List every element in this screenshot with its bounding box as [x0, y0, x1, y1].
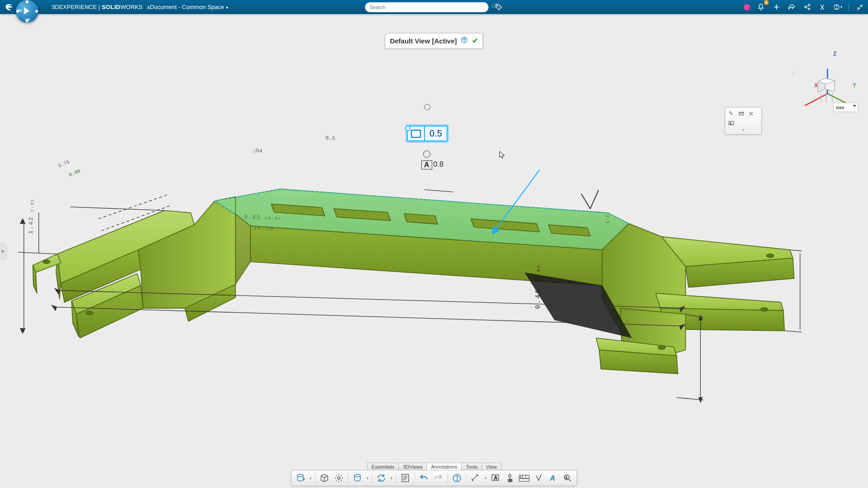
bottom-toolbar: ▾ ▾ ▾ ▾ A A1 ⌖ A 1 [291, 470, 577, 486]
check-icon[interactable]: ✔ [472, 36, 478, 46]
dim-angle[interactable]: )94 [253, 147, 263, 154]
dim-len-inner[interactable]: 9.53 ±0.01 [244, 214, 282, 222]
selection-handle[interactable] [405, 126, 410, 131]
dropdown-icon[interactable]: ▾ [390, 476, 393, 480]
palette-expand[interactable]: ▾ [727, 128, 760, 132]
datum-target-icon [423, 150, 430, 158]
svg-line-12 [805, 94, 827, 105]
dim-bottom-right[interactable]: 0.48 ±0.01 [534, 264, 542, 309]
surface-marker[interactable] [424, 104, 430, 110]
svg-point-7 [43, 260, 50, 263]
svg-point-0 [492, 5, 495, 7]
dim-right-side[interactable]: 2.1 [605, 215, 611, 224]
svg-text:A: A [494, 475, 498, 480]
help-button[interactable] [451, 472, 463, 484]
dropdown-icon[interactable]: ▾ [484, 476, 487, 480]
ds-logo[interactable] [3, 1, 15, 14]
dim-len-outer[interactable]: 10.29 [253, 225, 274, 232]
search-icon[interactable] [491, 4, 496, 10]
svg-text:A: A [730, 122, 731, 124]
svg-rect-33 [519, 479, 529, 481]
redo-button[interactable] [432, 472, 445, 484]
add-button[interactable] [772, 3, 781, 12]
svg-text:1: 1 [566, 475, 567, 479]
chevron-down-icon [853, 105, 856, 107]
left-panel-expand[interactable]: ▶ [0, 243, 7, 259]
properties-button[interactable] [399, 472, 412, 484]
import-button[interactable] [294, 472, 307, 484]
search-dropdown-icon[interactable]: ▾ [498, 5, 500, 9]
svg-point-6 [836, 8, 837, 9]
text-field-icon[interactable]: A [727, 119, 735, 127]
svg-point-8 [86, 311, 93, 315]
update-button[interactable] [375, 472, 388, 484]
svg-point-21 [297, 474, 303, 477]
separator [849, 3, 849, 11]
dim-height[interactable]: 1.42 ±.01 [27, 198, 35, 234]
status-dot[interactable] [744, 4, 750, 10]
gtol-button[interactable]: ⌖ [518, 472, 531, 484]
dimension-button[interactable] [469, 472, 482, 484]
database-button[interactable] [351, 472, 364, 484]
svg-point-11 [658, 346, 665, 349]
svg-point-29 [509, 474, 511, 477]
datum-button[interactable]: A1 [504, 472, 516, 484]
display-button[interactable] [318, 472, 331, 484]
cube-icon [461, 36, 468, 46]
notifications-button[interactable]: 3 [756, 3, 765, 12]
axis-triad[interactable]: 〈 X Y Z [816, 52, 854, 91]
community-icon[interactable] [818, 3, 827, 12]
surface-finish-callout[interactable]: A 0.8 [421, 150, 443, 169]
unit-select[interactable]: mm [833, 103, 858, 112]
compass-button[interactable]: 3D V.R [16, 0, 41, 25]
help-icon[interactable]: ▾ [833, 3, 842, 12]
view-state-chip[interactable]: Default View [Active] ✔ [385, 33, 483, 49]
triad-collapse-icon[interactable]: 〈 [789, 70, 795, 79]
note-button[interactable]: A [489, 472, 502, 484]
zoom-fit-button[interactable]: 1 [561, 472, 574, 484]
format-palette: ✎ A ▾ [725, 107, 762, 135]
app-title[interactable]: 3DEXPERIENCE | SOLIDWORKS xDocument - Co… [52, 4, 228, 10]
svg-point-10 [761, 308, 768, 311]
3d-viewport[interactable]: )94 0.5 3.75 0.90 1.42 ±.01 9.53 ±0.01 1… [0, 14, 868, 488]
svg-point-22 [338, 477, 340, 479]
frame-style-icon[interactable] [737, 109, 745, 117]
svg-text:A: A [549, 474, 555, 482]
edit-style-icon[interactable]: ✎ [727, 109, 735, 117]
play-icon [24, 7, 29, 14]
dropdown-icon[interactable]: ▾ [309, 476, 312, 480]
svg-point-26 [457, 480, 457, 480]
font-button[interactable]: A [547, 472, 560, 484]
share-nodes-icon[interactable] [802, 3, 811, 12]
gtol-callout[interactable]: 0.5 [407, 126, 448, 141]
undo-button[interactable] [418, 472, 430, 484]
svg-point-23 [354, 474, 360, 477]
dim-top-width[interactable]: 0.5 [326, 135, 335, 141]
svg-text:⌖: ⌖ [520, 476, 521, 478]
settings-button[interactable] [333, 472, 345, 484]
dropdown-icon[interactable]: ▾ [366, 476, 369, 480]
surface-finish-button[interactable] [533, 472, 545, 484]
svg-point-9 [767, 254, 774, 258]
svg-text:A1: A1 [509, 479, 513, 482]
share-arrow-icon[interactable] [787, 3, 796, 12]
collapse-icon[interactable] [855, 3, 864, 12]
clear-style-icon[interactable] [747, 109, 755, 117]
chevron-down-icon[interactable]: ▾ [226, 5, 228, 10]
search-input[interactable] [365, 2, 489, 12]
